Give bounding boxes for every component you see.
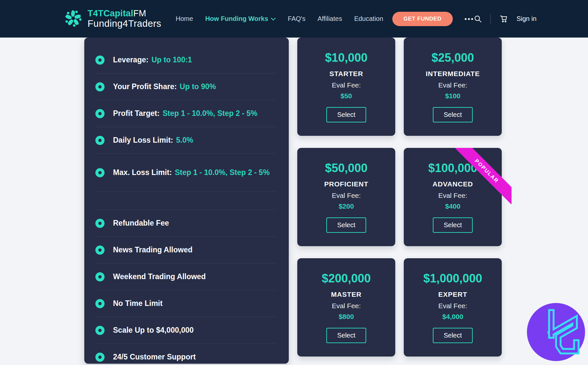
- plan-amount: $200,000: [322, 272, 371, 285]
- bullet-icon: [95, 56, 105, 65]
- plan-amount: $50,000: [325, 161, 368, 175]
- plan-fee: $100: [445, 92, 461, 100]
- plan-fee-label: Eval Fee:: [438, 81, 467, 89]
- select-button-proficient[interactable]: Select: [326, 217, 366, 233]
- chevron-down-icon: [271, 15, 276, 23]
- plans-grid: $10,000 STARTER Eval Fee: $50 Select $25…: [297, 38, 502, 357]
- plan-fee-label: Eval Fee:: [332, 302, 361, 310]
- site-watermark-logo: [527, 303, 585, 361]
- bullet-icon: [95, 109, 105, 118]
- bullet-icon: [95, 272, 105, 281]
- get-funded-button[interactable]: GET FUNDED: [392, 12, 453, 26]
- feature-row-daily-loss: Daily Loss Limit:5.0%: [95, 127, 277, 154]
- plan-fee: $800: [339, 313, 354, 321]
- plan-card-advanced: POPULAR $100,000 ADVANCED Eval Fee: $400…: [404, 148, 502, 246]
- bullet-icon: [95, 246, 105, 255]
- feature-row-empty: [95, 192, 277, 210]
- features-panel: Leverage:Up to 100:1 Your Profit Share:U…: [84, 38, 289, 364]
- feature-row-max-loss: Max. Loss Limit:Step 1 - 10.0%, Step 2 -…: [95, 154, 277, 192]
- nav-link-faqs[interactable]: FAQ's: [288, 15, 305, 23]
- brand-tagline: Funding4Traders: [88, 18, 161, 29]
- plan-tier: PROFICIENT: [324, 180, 368, 188]
- plan-fee: $50: [340, 92, 352, 100]
- plan-amount: $25,000: [432, 51, 474, 65]
- plan-tier: ADVANCED: [433, 180, 473, 188]
- plan-card-starter: $10,000 STARTER Eval Fee: $50 Select: [297, 38, 395, 136]
- sign-in-link[interactable]: Sign in: [516, 15, 536, 23]
- brand-logo-icon: [63, 8, 83, 30]
- plan-fee-label: Eval Fee:: [332, 81, 361, 89]
- plan-card-intermediate: $25,000 INTERMEDIATE Eval Fee: $100 Sele…: [404, 38, 502, 136]
- plan-fee-label: Eval Fee:: [438, 302, 467, 310]
- plan-fee-label: Eval Fee:: [438, 192, 467, 199]
- feature-row-no-time-limit: No Time Limit: [95, 290, 277, 317]
- more-menu-ellipsis[interactable]: ●●●: [465, 16, 474, 21]
- bullet-icon: [95, 168, 105, 177]
- brand-name: T4TCapital: [88, 8, 133, 18]
- plan-amount: $1,000,000: [423, 272, 482, 285]
- plan-amount: $10,000: [325, 51, 368, 65]
- plan-card-proficient: $50,000 PROFICIENT Eval Fee: $200 Select: [297, 148, 395, 246]
- select-button-expert[interactable]: Select: [433, 328, 473, 343]
- cart-icon[interactable]: [499, 14, 508, 23]
- nav-divider: [490, 14, 491, 24]
- nav-link-home[interactable]: Home: [176, 15, 193, 23]
- feature-row-refundable-fee: Refundable Fee: [95, 210, 277, 237]
- nav-link-how-funding-works[interactable]: How Funding Works: [205, 15, 276, 23]
- plan-tier: STARTER: [329, 70, 363, 78]
- bullet-icon: [95, 353, 105, 362]
- plan-card-expert: $1,000,000 EXPERT Eval Fee: $4,000 Selec…: [404, 258, 502, 357]
- select-button-advanced[interactable]: Select: [433, 217, 473, 233]
- feature-row-customer-support: 24/5 Customer Support: [95, 344, 277, 365]
- feature-row-weekend-trading: Weekend Trading Allowed: [95, 263, 277, 290]
- plan-card-master: $200,000 MASTER Eval Fee: $800 Select: [297, 258, 395, 357]
- feature-row-leverage: Leverage:Up to 100:1: [95, 47, 277, 73]
- select-button-starter[interactable]: Select: [326, 107, 366, 122]
- feature-row-profit-target: Profit Target:Step 1 - 10.0%, Step 2 - 5…: [95, 100, 277, 127]
- nav-link-education[interactable]: Education: [354, 15, 383, 23]
- bullet-icon: [95, 299, 105, 308]
- main-nav: Home How Funding Works FAQ's Affiliates …: [176, 15, 383, 23]
- bullet-icon: [95, 326, 105, 335]
- bullet-icon: [95, 219, 105, 228]
- plan-tier: EXPERT: [438, 291, 467, 298]
- plan-fee: $400: [445, 202, 461, 210]
- bullet-icon: [95, 82, 105, 91]
- plan-fee-label: Eval Fee:: [332, 192, 361, 199]
- brand-text: T4TCapitalFM Funding4Traders: [88, 8, 161, 29]
- nav-link-affiliates[interactable]: Affiliates: [318, 15, 342, 23]
- feature-row-news-trading: News Trading Allowed: [95, 237, 277, 263]
- feature-row-profit-share: Your Profit Share:Up to 90%: [95, 73, 277, 100]
- navbar: T4TCapitalFM Funding4Traders Home How Fu…: [0, 0, 588, 38]
- plan-fee: $4,000: [442, 313, 463, 321]
- plan-tier: MASTER: [331, 291, 361, 298]
- plan-fee: $200: [339, 202, 354, 210]
- select-button-master[interactable]: Select: [326, 328, 366, 343]
- search-icon[interactable]: [474, 15, 482, 23]
- plan-tier: INTERMEDIATE: [426, 70, 480, 78]
- navbar-right: Sign in: [474, 14, 536, 24]
- brand-suffix: FM: [133, 8, 146, 18]
- select-button-intermediate[interactable]: Select: [433, 107, 473, 122]
- brand-logo[interactable]: T4TCapitalFM Funding4Traders: [63, 8, 161, 30]
- feature-row-scale-up: Scale Up to $4,000,000: [95, 317, 277, 344]
- bullet-icon: [95, 136, 105, 145]
- plan-amount: $100,000: [428, 161, 477, 175]
